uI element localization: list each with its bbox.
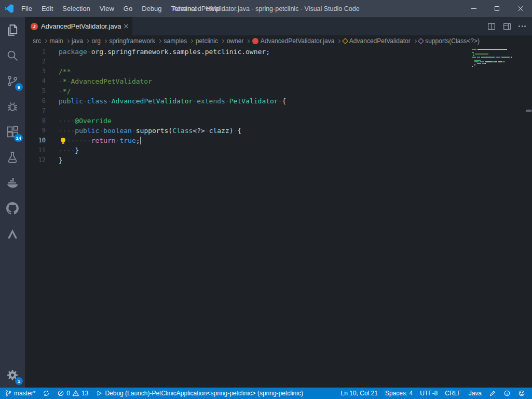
indentation-label: Spaces: 4 (385, 390, 413, 397)
breadcrumb-item[interactable]: petclinic (196, 37, 218, 45)
lightbulb-icon[interactable] (59, 137, 67, 145)
code-line[interactable]: 3/** (25, 66, 532, 76)
maximize-button[interactable] (485, 0, 509, 17)
close-icon (124, 24, 128, 29)
chevron-right-icon (44, 39, 47, 43)
debug-icon (6, 100, 19, 113)
breadcrumb-item[interactable]: java (72, 37, 83, 45)
problems-status[interactable]: 0 13 (53, 388, 92, 399)
line-number[interactable]: 6 (25, 96, 46, 106)
breadcrumb-item[interactable]: supports(Class<?>) (419, 37, 480, 45)
menu-selection[interactable]: Selection (58, 0, 94, 17)
line-number[interactable]: 5 (25, 86, 46, 96)
activity-bar-item-settings[interactable]: 1 (0, 362, 25, 388)
breadcrumb-item[interactable]: samples (164, 37, 187, 45)
minimize-button[interactable] (462, 0, 485, 17)
more-actions-icon[interactable] (519, 25, 526, 27)
breadcrumb: srcmainjavaorgspringframeworksamplespetc… (25, 35, 532, 47)
cursor-position[interactable]: Ln 10, Col 21 (337, 388, 381, 399)
java-file-icon (31, 23, 38, 30)
menu-debug[interactable]: Debug (137, 0, 166, 17)
title-bar: FileEditSelectionViewGoDebugTerminalHelp… (0, 0, 532, 17)
code-line[interactable]: 5·*/ (25, 86, 532, 96)
source-control-badge: 9 (15, 83, 23, 91)
chevron-right-icon (189, 39, 193, 43)
activity-bar-item-extensions[interactable]: 14 (0, 119, 25, 144)
feedback-button[interactable] (485, 388, 500, 399)
breadcrumb-item[interactable]: AdvancedPetValidator (343, 37, 411, 45)
info-button[interactable] (500, 388, 514, 399)
debug-launch-status[interactable]: Debug (Launch)-PetClinicApplication<spri… (92, 388, 307, 399)
feedback-icon (489, 390, 496, 397)
language-label: Java (469, 390, 482, 397)
sync-status[interactable] (39, 388, 53, 399)
smiley-button[interactable] (514, 388, 529, 399)
tab-advancedpetvalidator[interactable]: AdvancedPetValidator.java (25, 17, 132, 35)
chevron-right-icon (246, 39, 249, 43)
menu-edit[interactable]: Edit (37, 0, 58, 17)
activity-bar-item-explorer[interactable] (0, 17, 25, 43)
breadcrumb-item[interactable]: main (50, 37, 63, 45)
activity-bar-item-test[interactable] (0, 144, 25, 170)
breadcrumb-item[interactable]: springframework (109, 37, 155, 45)
menu-go[interactable]: Go (119, 0, 137, 17)
line-number[interactable]: 2 (25, 57, 46, 66)
menu-file[interactable]: File (17, 0, 37, 17)
close-button[interactable] (509, 0, 532, 17)
breadcrumb-item[interactable]: org (92, 37, 101, 45)
toggle-layout-icon[interactable] (503, 22, 511, 31)
activity-bar-item-github[interactable] (0, 195, 25, 221)
code-line[interactable]: 9····public·boolean·supports(Class<?>·cl… (25, 126, 532, 136)
code-line[interactable]: 11····} (25, 145, 532, 155)
line-number[interactable]: 4 (25, 76, 46, 86)
language-mode[interactable]: Java (465, 388, 485, 399)
activity-bar-item-debug[interactable] (0, 94, 25, 119)
chevron-right-icon (337, 39, 340, 43)
window-controls (462, 0, 532, 17)
eol-label: CRLF (445, 390, 461, 397)
line-number[interactable]: 10 (25, 136, 46, 145)
activity-bar-item-source-control[interactable]: 9 (0, 68, 25, 94)
window-title: AdvancedPetValidator.java - spring-petcl… (172, 5, 359, 12)
menu-view[interactable]: View (95, 0, 119, 17)
breadcrumb-item[interactable]: src (33, 37, 41, 45)
search-icon (6, 49, 19, 62)
activity-bar-item-azure[interactable] (0, 221, 25, 246)
code-line[interactable]: 6public·class·AdvancedPetValidator·exten… (25, 96, 532, 106)
class-symbol-icon (342, 38, 348, 44)
split-editor-icon[interactable] (487, 22, 496, 31)
editor-actions (487, 17, 532, 35)
line-number[interactable]: 7 (25, 106, 46, 116)
tab-close-button[interactable] (124, 22, 128, 31)
line-number[interactable]: 3 (25, 66, 46, 76)
code-line[interactable]: 4·*·AdvancedPetValidator (25, 76, 532, 86)
line-number[interactable]: 11 (25, 145, 46, 155)
chevron-right-icon (86, 39, 89, 43)
line-number[interactable]: 12 (25, 155, 46, 165)
code-line[interactable]: 10········return·true; (25, 136, 532, 145)
docker-icon (6, 177, 19, 189)
info-icon (503, 390, 511, 397)
code-line[interactable]: 8····@Override (25, 116, 532, 126)
activity-bar-item-docker[interactable] (0, 170, 25, 195)
warning-count: 13 (81, 390, 88, 397)
code-line[interactable]: 1package·org.springframework.samples.pet… (25, 47, 532, 57)
lightbulb-base (62, 142, 64, 144)
breadcrumb-item[interactable]: owner (227, 37, 244, 45)
chevron-right-icon (66, 39, 69, 43)
line-number[interactable]: 8 (25, 116, 46, 126)
overview-ruler-marker (526, 110, 531, 112)
activity-bar-item-search[interactable] (0, 43, 25, 68)
code-line[interactable]: 7 (25, 106, 532, 116)
minimap[interactable] (472, 49, 526, 68)
encoding-status[interactable]: UTF-8 (416, 388, 441, 399)
indentation-status[interactable]: Spaces: 4 (381, 388, 416, 399)
breadcrumb-item[interactable]: AdvancedPetValidator.java (252, 37, 335, 45)
editor[interactable]: 1package·org.springframework.samples.pet… (25, 47, 532, 388)
line-number[interactable]: 9 (25, 126, 46, 136)
line-number[interactable]: 1 (25, 47, 46, 57)
eol-status[interactable]: CRLF (441, 388, 465, 399)
git-branch-status[interactable]: master* (0, 388, 39, 399)
code-line[interactable]: 2 (25, 57, 532, 66)
code-line[interactable]: 12} (25, 155, 532, 165)
